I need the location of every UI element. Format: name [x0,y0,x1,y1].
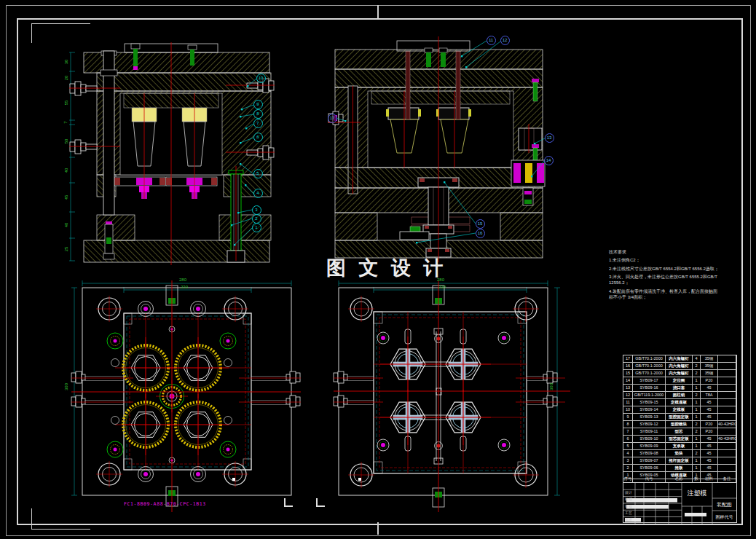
bom-cell: 45 [701,385,718,391]
dimension-label: 45 [64,195,68,200]
bom-row: 7SYB09-11型芯2P20 [623,428,736,436]
bom-cell: GB/T70.1-2000 [633,363,666,369]
bom-cell: 2 [623,465,633,471]
note-line: 3.淬火、回火处理，未注形位公差按GB/T 6555.2和GB/T 12556.… [609,275,720,286]
bom-cell: 45 [701,436,718,442]
bom-row: 5SYB09-09支承板145 [623,443,736,450]
bom-cell: 45 [701,465,718,471]
drawing-sheet: 1234567891011121314151617 30205575040454… [0,0,756,539]
bom-cell: SYB09-06 [633,465,666,471]
bom-cell: SYB09-12 [633,421,666,428]
bom-cell: SYB09-10 [633,436,666,442]
bom-cell: 35钢 [701,370,718,377]
notes-title: 技术要求 [609,250,720,256]
bom-cell: SYB09-11 [633,428,666,435]
bom-cell: P20 [701,428,718,435]
bom-header-no: 序号 [623,474,633,482]
bom-cell: SYB09-09 [633,443,666,449]
title-block-left-label: 校核 [625,497,632,501]
part-code-text: FC1-8B09-A88-B70-CPC-1B13 [124,501,206,507]
bom-cell: 支承板 [666,443,693,449]
bom-cell: 定位圈 [666,377,693,384]
bom-cell: SYB09-08 [633,450,666,457]
bom-cell: P20 [701,377,718,384]
bom-cell [718,385,736,391]
title-block-product: 注塑模 [682,489,712,498]
bom-cell: 1 [693,377,701,384]
bom-cell [718,465,736,471]
bom-row: 16GB/T70.1-2000内六角螺钉235钢 [623,363,736,370]
bom-cell: 5 [623,443,633,449]
bom-cell: GB/T70.1-2000 [633,355,666,362]
bom-cell: 1 [693,465,701,471]
bom-cell [718,363,736,369]
bom-row: 12GB/T119.1-2000圆柱销2T8A [623,392,736,399]
dimension-label: 50 [64,139,68,144]
bom-cell: 13 [623,385,633,391]
bom-cell: SYB09-13 [633,414,666,420]
technical-notes: 技术要求 1.未注倒角C2；2.未注线性尺寸公差按GB/T 6554.2和GB/… [609,250,720,304]
bom-row: 9SYB09-13型腔固定板145 [623,414,736,421]
dimension-label: 30 [64,60,68,65]
bom-cell: 型芯固定板 [666,436,693,442]
bom-cell: 6 [623,436,633,442]
bom-cell: 45 [701,457,718,464]
bom-cell [718,428,736,435]
bom-header-code: 代号 [633,474,666,482]
dim-label-300-right: 300 [549,383,554,390]
bom-cell: 型腔固定板 [666,414,693,420]
bom-header-qty: 数量 [693,474,701,482]
bom-cell: 垫块 [666,450,693,457]
bom-row: 2SYB09-06推板145 [623,465,736,472]
bom-cell: 推板 [666,465,693,471]
title-block-bottom: 注塑模 装配图 图样代号 设计校核审核工艺批准 [623,483,736,524]
bom-row: 13SYB09-16浇口套145 [623,385,736,392]
bom-cell: 1 [693,406,701,413]
bom-cell [718,450,736,457]
bom-cell: 45 [701,443,718,449]
bom-cell: SYB09-14 [633,406,666,413]
bom-cell [718,392,736,398]
bom-cell: 2 [693,363,701,369]
bom-header-name: 名称 [666,474,693,482]
bom-cell: 型腔镶块 [666,421,693,428]
bom-cell: 定模座板 [666,399,693,406]
bom-header-remark: 备注 [718,474,736,482]
title-block-left-label: 设计 [625,490,632,495]
bom-cell: 14 [623,377,633,384]
bom-cell: 45 [701,450,718,457]
dim-label-280-left: 280 [179,278,186,282]
bom-cell: SYB09-17 [633,377,666,384]
watermark-text: 图 文 设 计 [326,255,447,281]
bom-cell: P20 [701,421,718,428]
bom-cell [718,457,736,464]
bom-row: 3SYB09-07推杆固定板145 [623,457,736,465]
bom-cell [718,406,736,413]
note-line: 1.未注倒角C2； [609,258,720,264]
bom-cell: 1 [693,399,701,406]
bom-cell: 2 [693,370,701,377]
bom-cell: 9 [623,414,633,420]
title-block-code-label: 图样代号 [712,514,736,521]
bom-cell: 浇口套 [666,385,693,391]
bom-cell: 内六角螺钉 [666,355,693,362]
bom-cell: 45 [701,406,718,413]
bom-cell: 45 [701,399,718,406]
title-block-left-label: 工艺 [625,511,632,515]
bom-row: 17GB/T70.1-2000内六角螺钉435钢 [623,355,736,363]
bom-row: 14SYB09-17定位圈1P20 [623,377,736,385]
bom-cell: GB/T70.1-2000 [633,370,666,377]
bom-cell: 16 [623,363,633,369]
dimension-label: 25 [64,247,68,252]
title-block: 17GB/T70.1-2000内六角螺钉435钢16GB/T70.1-2000内… [623,355,737,523]
dim-label-230-right: 230 [438,285,446,289]
bom-cell [718,377,736,384]
bom-cell: 4 [693,355,701,362]
dimension-label: 7 [63,121,68,123]
bom-cell: 15 [623,370,633,377]
bom-cell: 推杆固定板 [666,457,693,464]
bom-cell: 内六角螺钉 [666,363,693,369]
bom-table: 17GB/T70.1-2000内六角螺钉435钢16GB/T70.1-2000内… [623,355,736,474]
bom-cell: 8 [623,421,633,428]
bom-cell: 1 [693,385,701,391]
